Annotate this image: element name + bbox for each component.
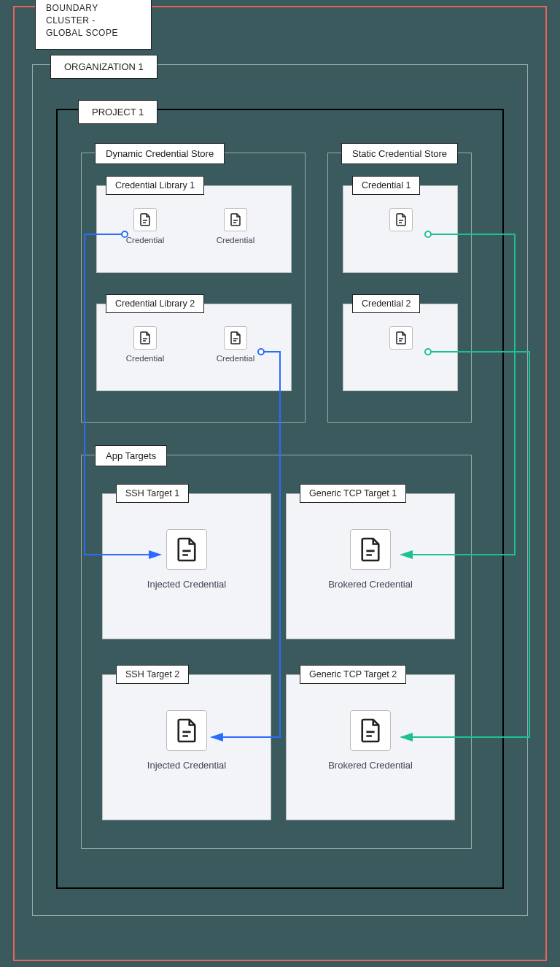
credential-library-1: Credential Library 1 Credential Credenti… [96, 185, 292, 273]
lib2-credential-a: Credential [116, 326, 174, 363]
ssh2-title: SSH Target 2 [116, 665, 189, 684]
static-store-title: Static Credential Store [341, 143, 458, 164]
ssh1-title: SSH Target 1 [116, 484, 189, 503]
document-icon [224, 326, 247, 350]
organization-scope: ORGANIZATION 1 PROJECT 1 Dynamic Credent… [32, 64, 528, 916]
project-title: PROJECT 1 [78, 100, 158, 124]
document-icon [133, 326, 157, 350]
document-icon [350, 710, 391, 751]
app-targets-title: App Targets [95, 445, 167, 466]
tcp1-title: Generic TCP Target 1 [300, 484, 406, 503]
document-icon [224, 208, 247, 231]
lib1-title: Credential Library 1 [106, 176, 204, 195]
organization-title: ORGANIZATION 1 [50, 55, 158, 79]
credential-label: Credential [116, 236, 174, 244]
lib1-credential-a: Credential [116, 208, 174, 244]
document-icon [389, 208, 413, 231]
global-title-line1: BOUNDARY CLUSTER - [46, 3, 98, 26]
generic-tcp-target-2: Generic TCP Target 2 Brokered Credential [286, 674, 455, 820]
document-icon [166, 529, 207, 570]
static-credential-1: Credential 1 [343, 185, 458, 273]
tcp2-credential-label: Brokered Credential [287, 760, 454, 771]
cred2-title: Credential 2 [352, 294, 420, 313]
cred2-item [372, 326, 430, 354]
static-credential-store: Static Credential Store Credential 1 Cre… [327, 153, 472, 423]
project-scope: PROJECT 1 Dynamic Credential Store Crede… [56, 109, 504, 889]
credential-library-2: Credential Library 2 Credential Credenti… [96, 304, 292, 391]
lib2-credential-b: Credential [206, 326, 265, 363]
global-scope-title: BOUNDARY CLUSTER - GLOBAL SCOPE [35, 0, 152, 50]
static-credential-2: Credential 2 [343, 304, 458, 391]
document-icon [133, 208, 157, 231]
dynamic-store-title: Dynamic Credential Store [95, 143, 225, 164]
credential-label: Credential [206, 354, 265, 363]
ssh-target-2: SSH Target 2 Injected Credential [102, 674, 271, 820]
document-icon [389, 326, 413, 350]
cred1-item [372, 208, 430, 236]
document-icon [166, 710, 207, 751]
ssh1-credential-label: Injected Credential [103, 579, 271, 590]
global-title-line2: GLOBAL SCOPE [46, 28, 118, 38]
ssh2-credential-label: Injected Credential [103, 760, 271, 771]
ssh-target-1: SSH Target 1 Injected Credential [102, 493, 271, 639]
app-targets: App Targets SSH Target 1 Injected Creden… [81, 455, 472, 849]
boundary-cluster-global-scope: BOUNDARY CLUSTER - GLOBAL SCOPE ORGANIZA… [13, 6, 547, 961]
cred1-title: Credential 1 [352, 176, 420, 195]
tcp2-title: Generic TCP Target 2 [300, 665, 406, 684]
credential-label: Credential [116, 354, 174, 363]
dynamic-credential-store: Dynamic Credential Store Credential Libr… [81, 153, 306, 423]
credential-label: Credential [206, 236, 265, 244]
lib2-title: Credential Library 2 [106, 294, 204, 313]
document-icon [350, 529, 391, 570]
generic-tcp-target-1: Generic TCP Target 1 Brokered Credential [286, 493, 455, 639]
lib1-credential-b: Credential [206, 208, 265, 244]
tcp1-credential-label: Brokered Credential [287, 579, 454, 590]
